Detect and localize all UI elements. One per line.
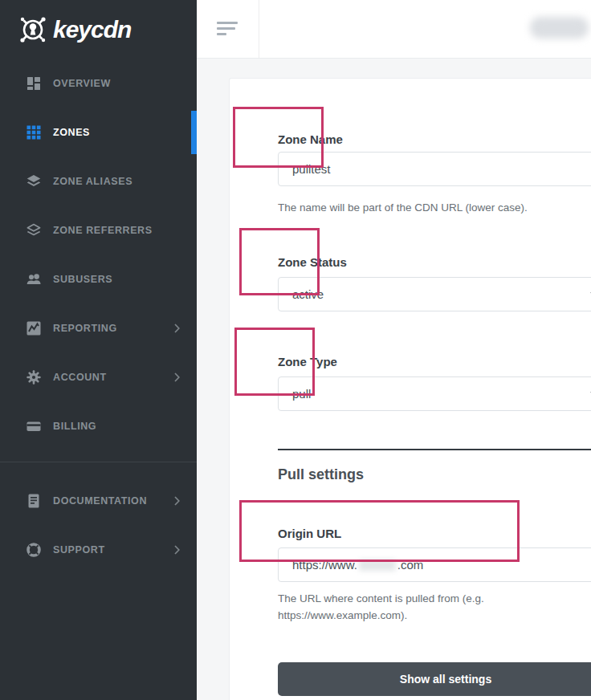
credit-card-icon xyxy=(26,419,41,433)
sidebar-item-subusers[interactable]: SUBUSERS xyxy=(0,254,197,303)
keycdn-logo[interactable]: keycdn xyxy=(14,11,131,48)
chevron-right-icon xyxy=(174,496,180,506)
sidebar-item-billing[interactable]: BILLING xyxy=(0,401,197,450)
sidebar-item-zones[interactable]: ZONES xyxy=(0,108,197,157)
pull-settings-title: Pull settings xyxy=(278,466,364,483)
sidebar-item-support[interactable]: SUPPORT xyxy=(0,525,197,574)
sidebar-item-label: SUPPORT xyxy=(53,544,105,556)
sidebar-item-overview[interactable]: OVERVIEW xyxy=(0,59,197,108)
gear-icon xyxy=(26,370,41,385)
chart-icon xyxy=(26,321,41,336)
header-divider xyxy=(259,0,259,58)
origin-url-input[interactable]: https://www..com xyxy=(278,547,591,582)
zone-type-select[interactable]: pull xyxy=(278,376,591,411)
zone-name-value: pulltest xyxy=(292,162,331,176)
zone-type-value: pull xyxy=(292,387,311,401)
main-content: Zone Name pulltest The name will be part… xyxy=(197,59,591,700)
zone-name-input[interactable]: pulltest xyxy=(278,152,591,186)
section-divider xyxy=(278,449,591,450)
dashboard-icon xyxy=(26,76,41,91)
sidebar-item-label: OVERVIEW xyxy=(53,78,111,89)
chevron-right-icon xyxy=(174,324,180,333)
grid-icon xyxy=(26,125,41,140)
layers-outline-icon xyxy=(26,223,41,238)
sidebar-item-zone-aliases[interactable]: ZONE ALIASES xyxy=(0,157,197,206)
sidebar-nav: OVERVIEW ZONES ZONE ALIASES xyxy=(0,59,197,574)
zone-name-label: Zone Name xyxy=(278,132,343,146)
origin-url-prefix: https://www. xyxy=(292,558,357,572)
chevron-right-icon xyxy=(174,372,180,382)
lifebuoy-icon xyxy=(26,543,41,557)
sidebar-item-label: DOCUMENTATION xyxy=(53,495,147,507)
sidebar-item-label: BILLING xyxy=(53,421,96,432)
keycdn-logo-text: keycdn xyxy=(53,16,131,43)
sidebar-item-reporting[interactable]: REPORTING xyxy=(0,303,197,352)
sidebar-item-zone-referrers[interactable]: ZONE REFERRERS xyxy=(0,206,197,254)
sidebar-item-label: REPORTING xyxy=(53,323,117,334)
origin-url-help: The URL where content is pulled from (e.… xyxy=(278,590,511,624)
chevron-right-icon xyxy=(174,545,180,555)
user-menu-redacted[interactable] xyxy=(530,17,589,39)
sidebar-item-label: ZONE ALIASES xyxy=(53,176,132,187)
sidebar-item-label: SUBUSERS xyxy=(53,274,112,285)
zone-status-select[interactable]: active xyxy=(278,277,591,311)
zone-name-help: The name will be part of the CDN URL (lo… xyxy=(278,199,528,216)
users-icon xyxy=(26,272,41,287)
origin-url-label: Origin URL xyxy=(278,527,341,540)
sidebar-item-label: ZONE REFERRERS xyxy=(53,225,153,236)
zone-type-label: Zone Type xyxy=(278,355,337,368)
layers-filled-icon xyxy=(26,174,41,189)
sidebar-divider xyxy=(0,462,197,462)
origin-url-redacted xyxy=(359,560,396,571)
sidebar-item-documentation[interactable]: DOCUMENTATION xyxy=(0,476,197,525)
keycdn-logo-icon xyxy=(14,11,51,48)
zone-status-label: Zone Status xyxy=(278,255,347,269)
hamburger-menu-icon[interactable] xyxy=(217,22,239,37)
sidebar: keycdn OVERVIEW ZONES xyxy=(0,0,197,700)
sidebar-item-label: ZONES xyxy=(53,127,90,138)
top-header xyxy=(197,0,591,59)
document-icon xyxy=(26,494,41,508)
origin-url-suffix: .com xyxy=(397,558,424,572)
sidebar-item-account[interactable]: ACCOUNT xyxy=(0,352,197,401)
zone-settings-card: Zone Name pulltest The name will be part… xyxy=(229,78,591,700)
show-all-settings-button[interactable]: Show all settings xyxy=(278,662,591,696)
zone-status-value: active xyxy=(292,287,324,301)
sidebar-item-label: ACCOUNT xyxy=(53,372,107,383)
